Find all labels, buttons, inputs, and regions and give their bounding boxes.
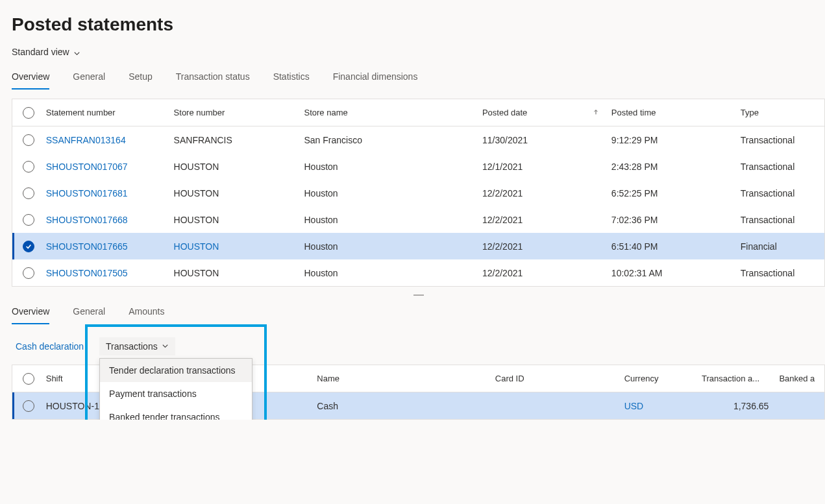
posted-time-cell: 7:02:36 PM [611, 215, 741, 225]
grid-splitter[interactable] [12, 287, 825, 304]
statement-number-link[interactable]: SHOUSTON017067 [45, 162, 174, 172]
posted-time-cell: 9:12:29 PM [611, 135, 741, 145]
view-selector[interactable]: Standard view [12, 47, 80, 57]
posted-time-cell: 6:52:25 PM [611, 188, 741, 198]
posted-date-cell: 12/2/2021 [482, 188, 611, 198]
store-name-cell: Houston [304, 188, 482, 198]
currency-link[interactable]: USD [624, 401, 702, 411]
posted-date-cell: 12/1/2021 [482, 162, 611, 172]
checkbox-icon [23, 107, 34, 119]
name-cell: Cash [317, 401, 495, 411]
type-cell: Transactional [741, 162, 824, 172]
type-cell: Financial [741, 241, 824, 252]
store-name-cell: Houston [304, 215, 482, 225]
view-label: Standard view [12, 47, 69, 57]
tab-overview[interactable]: Overview [12, 71, 49, 90]
store-name-cell: Houston [304, 162, 482, 172]
posted-time-cell: 2:43:28 PM [611, 162, 741, 172]
detail-tabs: OverviewGeneralAmounts [12, 306, 825, 324]
tab-statistics[interactable]: Statistics [273, 71, 310, 90]
detail-action-bar: Cash declaration Transactions Tender dec… [12, 337, 825, 355]
posted-date-cell: 12/2/2021 [482, 241, 611, 252]
posted-time-cell: 10:02:31 AM [611, 268, 741, 278]
checkbox-icon [23, 161, 34, 173]
statements-grid: Statement number Store number Store name… [12, 99, 825, 287]
type-cell: Transactional [741, 188, 824, 198]
type-cell: Transactional [741, 215, 824, 225]
menu-item-payment-transactions[interactable]: Payment transactions [100, 382, 252, 405]
menu-item-tender-declaration-transactions[interactable]: Tender declaration transactions [100, 359, 252, 382]
checkbox-icon [23, 400, 34, 412]
statements-grid-header: Statement number Store number Store name… [12, 99, 824, 126]
table-row[interactable]: SHOUSTON017665HOUSTONHouston12/2/20216:5… [12, 233, 824, 259]
statement-number-link[interactable]: SSANFRAN013164 [45, 135, 174, 145]
tab-transaction-status[interactable]: Transaction status [176, 71, 250, 90]
col-header-banked-amount[interactable]: Banked a [779, 374, 824, 383]
statement-number-link[interactable]: SHOUSTON017668 [45, 215, 174, 225]
row-checkbox[interactable] [12, 241, 45, 252]
checkbox-icon [23, 214, 34, 226]
chevron-down-icon [162, 341, 169, 352]
table-row[interactable]: SHOUSTON017681HOUSTONHouston12/2/20216:5… [12, 180, 824, 206]
transactions-button-label: Transactions [106, 341, 158, 352]
col-header-card-id[interactable]: Card ID [495, 374, 624, 383]
subtab-amounts[interactable]: Amounts [129, 306, 164, 324]
col-header-store-number[interactable]: Store number [174, 108, 304, 117]
transaction-amount-cell: 1,736.65 [702, 401, 779, 411]
col-header-posted-time[interactable]: Posted time [611, 108, 741, 117]
store-number-cell[interactable]: HOUSTON [174, 241, 304, 252]
cash-declaration-button[interactable]: Cash declaration [16, 341, 84, 352]
checkbox-icon [23, 373, 34, 385]
tab-financial-dimensions[interactable]: Financial dimensions [333, 71, 418, 90]
sort-asc-icon [589, 108, 602, 117]
page-title: Posted statements [12, 14, 825, 35]
select-all-checkbox[interactable] [12, 107, 45, 119]
store-name-cell: Houston [304, 268, 482, 278]
transactions-button[interactable]: Transactions [99, 337, 175, 355]
select-all-checkbox[interactable] [12, 373, 45, 385]
row-checkbox[interactable] [12, 187, 45, 199]
store-number-cell: HOUSTON [174, 188, 304, 198]
posted-date-cell: 12/2/2021 [482, 215, 611, 225]
col-header-name[interactable]: Name [317, 374, 495, 383]
store-number-cell: SANFRANCIS [174, 135, 304, 145]
col-header-posted-date[interactable]: Posted date [482, 108, 611, 117]
menu-item-banked-tender-transactions[interactable]: Banked tender transactions [100, 405, 252, 420]
checkbox-icon [23, 187, 34, 199]
table-row[interactable]: SHOUSTON017505HOUSTONHouston12/2/202110:… [12, 259, 824, 286]
col-header-currency[interactable]: Currency [624, 374, 702, 383]
posted-time-cell: 6:51:40 PM [611, 241, 741, 252]
chevron-down-icon [73, 49, 80, 56]
store-name-cell: Houston [304, 241, 482, 252]
row-checkbox[interactable] [12, 214, 45, 226]
col-header-transaction-amount[interactable]: Transaction a... [702, 374, 779, 383]
main-tabs: OverviewGeneralSetupTransaction statusSt… [12, 71, 825, 90]
store-number-cell: HOUSTON [174, 162, 304, 172]
row-checkbox[interactable] [12, 134, 45, 146]
type-cell: Transactional [741, 268, 824, 278]
checkbox-icon [23, 241, 34, 252]
statement-number-link[interactable]: SHOUSTON017681 [45, 188, 174, 198]
type-cell: Transactional [741, 135, 824, 145]
col-header-statement-number[interactable]: Statement number [45, 108, 174, 117]
tab-general[interactable]: General [73, 71, 105, 90]
row-checkbox[interactable] [12, 267, 45, 279]
posted-date-cell: 11/30/2021 [482, 135, 611, 145]
checkbox-icon [23, 134, 34, 146]
store-number-cell: HOUSTON [174, 268, 304, 278]
transactions-menu: Tender declaration transactionsPayment t… [99, 358, 252, 420]
subtab-general[interactable]: General [73, 306, 105, 324]
col-header-posted-date-label: Posted date [482, 108, 527, 117]
table-row[interactable]: SSANFRAN013164SANFRANCISSan Francisco11/… [12, 126, 824, 153]
col-header-type[interactable]: Type [741, 108, 824, 117]
table-row[interactable]: SHOUSTON017668HOUSTONHouston12/2/20217:0… [12, 206, 824, 233]
statement-number-link[interactable]: SHOUSTON017665 [45, 241, 174, 252]
row-checkbox[interactable] [12, 161, 45, 173]
row-checkbox[interactable] [12, 400, 45, 412]
subtab-overview[interactable]: Overview [12, 306, 49, 324]
store-name-cell: San Francisco [304, 135, 482, 145]
statement-number-link[interactable]: SHOUSTON017505 [45, 268, 174, 278]
tab-setup[interactable]: Setup [129, 71, 153, 90]
col-header-store-name[interactable]: Store name [304, 108, 482, 117]
table-row[interactable]: SHOUSTON017067HOUSTONHouston12/1/20212:4… [12, 153, 824, 180]
